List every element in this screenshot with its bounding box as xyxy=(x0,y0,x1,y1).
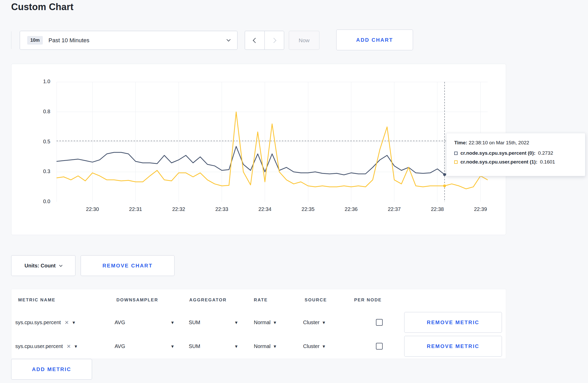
series-sys-swatch-icon xyxy=(454,152,458,155)
caret-down-icon: ▾ xyxy=(73,320,75,325)
aggregator-select[interactable]: SUM ▾ xyxy=(189,336,237,357)
y-axis-label: 1.0 xyxy=(43,79,50,84)
downsampler-value: AVG xyxy=(115,343,125,349)
source-value: Cluster xyxy=(303,343,319,349)
x-axis-label: 22:30 xyxy=(77,206,108,212)
tooltip-series-row: cr.node.sys.cpu.user.percent (1): 0.1601 xyxy=(454,159,577,165)
tooltip-time-label: Time: xyxy=(454,140,467,145)
tooltip-time-row: Time: 22:38:10 on Mar 15th, 2022 xyxy=(454,140,577,146)
metric-name-value: sys.cpu.sys.percent xyxy=(15,320,61,325)
per-node-checkbox[interactable] xyxy=(376,319,383,326)
chevron-down-icon xyxy=(59,264,63,267)
now-button[interactable]: Now xyxy=(289,31,319,50)
x-axis-label: 22:34 xyxy=(249,206,281,212)
units-label: Units: Count xyxy=(25,263,56,269)
prev-time-button[interactable] xyxy=(245,31,264,50)
caret-down-icon: ▾ xyxy=(171,344,174,349)
y-axis-label: 0.3 xyxy=(43,168,50,174)
time-range-badge: 10m xyxy=(27,36,43,45)
aggregator-select[interactable]: SUM ▾ xyxy=(189,312,237,333)
add-metric-button[interactable]: ADD METRIC xyxy=(11,359,92,380)
caret-down-icon: ▾ xyxy=(235,344,237,349)
caret-down-icon: ▾ xyxy=(323,344,325,349)
time-range-label: Past 10 Minutes xyxy=(48,37,89,44)
page-title: Custom Chart xyxy=(11,2,73,12)
x-axis-label: 22:37 xyxy=(379,206,410,212)
caret-down-icon: ▾ xyxy=(323,320,325,325)
metric-name-value: sys.cpu.user.percent xyxy=(15,343,63,349)
source-select[interactable]: Cluster ▾ xyxy=(303,312,325,333)
x-axis-label: 22:35 xyxy=(292,206,324,212)
caret-down-icon: ▾ xyxy=(75,344,77,349)
x-axis-label: 22:31 xyxy=(120,206,151,212)
metric-name-select[interactable]: sys.cpu.user.percent × ▾ xyxy=(15,336,77,357)
series-user-swatch-icon xyxy=(454,160,458,164)
time-nav-group xyxy=(245,31,284,50)
aggregator-value: SUM xyxy=(189,343,200,349)
tooltip-time-value: 22:38:10 on Mar 15th, 2022 xyxy=(469,140,529,145)
chart-tooltip: Time: 22:38:10 on Mar 15th, 2022 cr.node… xyxy=(446,133,585,176)
downsampler-value: AVG xyxy=(115,320,125,325)
clear-metric-icon[interactable]: × xyxy=(65,319,69,326)
col-header-source: SOURCE xyxy=(305,297,327,303)
tooltip-series-row: cr.node.sys.cpu.sys.percent (0): 0.2732 xyxy=(454,150,577,156)
y-axis-label: 0.5 xyxy=(43,139,50,145)
x-axis-label: 22:38 xyxy=(422,206,453,212)
tooltip-series-value: 0.2732 xyxy=(538,150,553,156)
rate-value: Normal xyxy=(254,320,270,325)
downsampler-select[interactable]: AVG ▾ xyxy=(115,312,174,333)
add-chart-button[interactable]: ADD CHART xyxy=(336,30,413,50)
col-header-rate: RATE xyxy=(254,297,268,303)
next-time-button[interactable] xyxy=(264,31,284,50)
y-axis-label: 0.0 xyxy=(43,198,50,204)
aggregator-value: SUM xyxy=(189,320,200,325)
line-chart xyxy=(57,82,488,202)
tooltip-series-label: cr.node.sys.cpu.sys.percent (0): xyxy=(460,150,535,156)
caret-down-icon: ▾ xyxy=(235,320,237,325)
chart-panel: 0.00.30.50.81.0 22:3022:3122:3222:3322:3… xyxy=(11,64,506,235)
units-select[interactable]: Units: Count xyxy=(11,255,75,276)
tooltip-series-value: 0.1601 xyxy=(540,159,555,165)
remove-metric-button[interactable]: REMOVE METRIC xyxy=(404,336,502,357)
rate-select[interactable]: Normal ▾ xyxy=(254,336,276,357)
y-axis: 0.00.30.50.81.0 xyxy=(11,82,50,202)
rate-select[interactable]: Normal ▾ xyxy=(254,312,276,333)
chevron-down-icon xyxy=(227,38,231,42)
col-header-downsampler: DOWNSAMPLER xyxy=(116,297,158,303)
x-axis-label: 22:32 xyxy=(163,206,194,212)
per-node-checkbox[interactable] xyxy=(376,343,383,350)
metric-name-select[interactable]: sys.cpu.sys.percent × ▾ xyxy=(15,312,75,333)
col-header-per-node: PER NODE xyxy=(354,297,382,303)
rate-value: Normal xyxy=(254,343,270,349)
chart-plot-area[interactable] xyxy=(57,82,488,202)
source-select[interactable]: Cluster ▾ xyxy=(303,336,325,357)
x-axis: 22:3022:3122:3222:3322:3422:3522:3622:37… xyxy=(57,206,488,214)
metrics-table: METRIC NAME DOWNSAMPLER AGGREGATOR RATE … xyxy=(11,289,506,359)
x-axis-label: 22:39 xyxy=(465,206,496,212)
per-node-cell xyxy=(354,336,404,357)
time-range-select[interactable]: 10m Past 10 Minutes xyxy=(20,31,237,50)
caret-down-icon: ▾ xyxy=(274,320,276,325)
x-axis-label: 22:36 xyxy=(335,206,367,212)
chevron-right-icon xyxy=(271,38,276,43)
toolbar-divider xyxy=(11,31,11,49)
caret-down-icon: ▾ xyxy=(274,344,276,349)
tooltip-series-label: cr.node.sys.cpu.user.percent (1): xyxy=(460,159,537,165)
remove-metric-button[interactable]: REMOVE METRIC xyxy=(404,312,502,333)
source-value: Cluster xyxy=(303,320,319,325)
y-axis-label: 0.8 xyxy=(43,109,50,115)
col-header-aggregator: AGGREGATOR xyxy=(189,297,227,303)
downsampler-select[interactable]: AVG ▾ xyxy=(115,336,174,357)
x-axis-label: 22:33 xyxy=(206,206,237,212)
clear-metric-icon[interactable]: × xyxy=(67,343,71,350)
chevron-left-icon xyxy=(253,38,258,43)
caret-down-icon: ▾ xyxy=(171,320,174,325)
col-header-metric-name: METRIC NAME xyxy=(18,297,55,303)
per-node-cell xyxy=(354,312,404,333)
remove-chart-button[interactable]: REMOVE CHART xyxy=(81,255,174,276)
